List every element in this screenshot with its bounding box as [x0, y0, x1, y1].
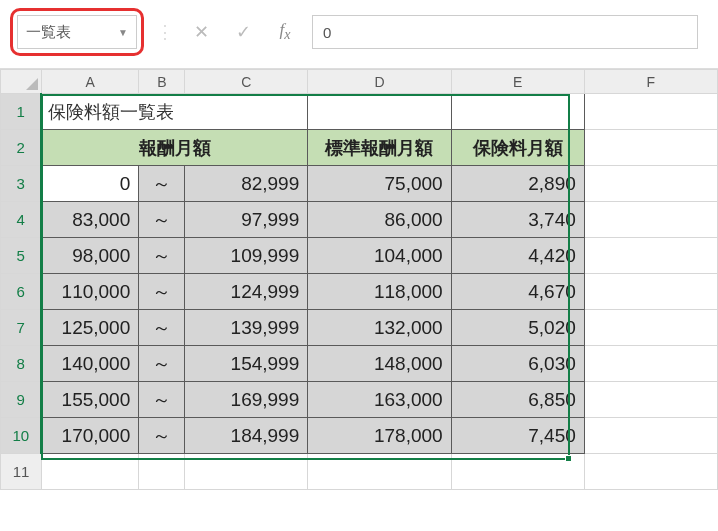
- cell-C4[interactable]: 97,999: [185, 202, 308, 238]
- cell-A8[interactable]: 140,000: [41, 346, 138, 382]
- row-header-1[interactable]: 1: [1, 94, 42, 130]
- toolbar-separator: ⋮: [156, 21, 174, 43]
- cell-D6[interactable]: 118,000: [308, 274, 451, 310]
- cell-B8[interactable]: ～: [139, 346, 185, 382]
- cell-E11[interactable]: [451, 454, 584, 490]
- cell-C8[interactable]: 154,999: [185, 346, 308, 382]
- name-box[interactable]: 一覧表 ▼: [17, 15, 137, 49]
- cell-D9[interactable]: 163,000: [308, 382, 451, 418]
- cell-A6[interactable]: 110,000: [41, 274, 138, 310]
- cell-A10[interactable]: 170,000: [41, 418, 138, 454]
- formula-toolbar: 一覧表 ▼ ⋮ ✕ ✓ fx 0: [0, 0, 718, 69]
- row-header-4[interactable]: 4: [1, 202, 42, 238]
- cell-A7[interactable]: 125,000: [41, 310, 138, 346]
- cell-A9[interactable]: 155,000: [41, 382, 138, 418]
- cell-E6[interactable]: 4,670: [451, 274, 584, 310]
- row-header-7[interactable]: 7: [1, 310, 42, 346]
- cell-D4[interactable]: 86,000: [308, 202, 451, 238]
- row-header-3[interactable]: 3: [1, 166, 42, 202]
- cell-D3[interactable]: 75,000: [308, 166, 451, 202]
- select-all-corner[interactable]: [1, 70, 42, 94]
- cell-F10[interactable]: [584, 418, 717, 454]
- cell-E5[interactable]: 4,420: [451, 238, 584, 274]
- cell-B10[interactable]: ～: [139, 418, 185, 454]
- cell-B7[interactable]: ～: [139, 310, 185, 346]
- col-header-A[interactable]: A: [41, 70, 138, 94]
- col-header-E[interactable]: E: [451, 70, 584, 94]
- cell-F8[interactable]: [584, 346, 717, 382]
- fx-button[interactable]: fx: [270, 17, 300, 47]
- cancel-button[interactable]: ✕: [186, 17, 216, 47]
- cell-C9[interactable]: 169,999: [185, 382, 308, 418]
- cell-C5[interactable]: 109,999: [185, 238, 308, 274]
- cell-F3[interactable]: [584, 166, 717, 202]
- cell-E7[interactable]: 5,020: [451, 310, 584, 346]
- cell-F2[interactable]: [584, 130, 717, 166]
- cell-C11[interactable]: [185, 454, 308, 490]
- namebox-highlight: 一覧表 ▼: [10, 8, 144, 56]
- spreadsheet-grid[interactable]: A B C D E F 1 保険料額一覧表 2 報酬月額 標準報酬月額 保険料月…: [0, 69, 718, 490]
- dropdown-arrow-icon[interactable]: ▼: [118, 27, 128, 38]
- cell-C6[interactable]: 124,999: [185, 274, 308, 310]
- cell-F9[interactable]: [584, 382, 717, 418]
- row-header-6[interactable]: 6: [1, 274, 42, 310]
- cell-E3[interactable]: 2,890: [451, 166, 584, 202]
- cell-A3[interactable]: 0: [41, 166, 138, 202]
- check-icon: ✓: [236, 21, 251, 43]
- cell-F4[interactable]: [584, 202, 717, 238]
- cell-C7[interactable]: 139,999: [185, 310, 308, 346]
- cell-B3[interactable]: ～: [139, 166, 185, 202]
- cell-B5[interactable]: ～: [139, 238, 185, 274]
- enter-button[interactable]: ✓: [228, 17, 258, 47]
- cell-E8[interactable]: 6,030: [451, 346, 584, 382]
- row-header-2[interactable]: 2: [1, 130, 42, 166]
- cell-A11[interactable]: [41, 454, 138, 490]
- col-header-B[interactable]: B: [139, 70, 185, 94]
- formula-bar-value: 0: [323, 24, 331, 41]
- cell-E4[interactable]: 3,740: [451, 202, 584, 238]
- cell-D10[interactable]: 178,000: [308, 418, 451, 454]
- cell-B9[interactable]: ～: [139, 382, 185, 418]
- cell-F1[interactable]: [584, 94, 717, 130]
- cell-E10[interactable]: 7,450: [451, 418, 584, 454]
- header-standard[interactable]: 標準報酬月額: [308, 130, 451, 166]
- cell-F11[interactable]: [584, 454, 717, 490]
- cell-D7[interactable]: 132,000: [308, 310, 451, 346]
- cell-E9[interactable]: 6,850: [451, 382, 584, 418]
- name-box-text: 一覧表: [26, 23, 71, 42]
- cell-B11[interactable]: [139, 454, 185, 490]
- cell-F6[interactable]: [584, 274, 717, 310]
- col-header-F[interactable]: F: [584, 70, 717, 94]
- cell-A4[interactable]: 83,000: [41, 202, 138, 238]
- cell-E1[interactable]: [451, 94, 584, 130]
- cell-B6[interactable]: ～: [139, 274, 185, 310]
- col-header-D[interactable]: D: [308, 70, 451, 94]
- formula-bar[interactable]: 0: [312, 15, 698, 49]
- header-salary[interactable]: 報酬月額: [41, 130, 307, 166]
- row-header-10[interactable]: 10: [1, 418, 42, 454]
- title-cell[interactable]: 保険料額一覧表: [41, 94, 307, 130]
- cell-D8[interactable]: 148,000: [308, 346, 451, 382]
- cell-D5[interactable]: 104,000: [308, 238, 451, 274]
- cell-D1[interactable]: [308, 94, 451, 130]
- x-icon: ✕: [194, 21, 209, 43]
- header-premium[interactable]: 保険料月額: [451, 130, 584, 166]
- col-header-C[interactable]: C: [185, 70, 308, 94]
- cell-A5[interactable]: 98,000: [41, 238, 138, 274]
- row-header-9[interactable]: 9: [1, 382, 42, 418]
- fx-icon: fx: [279, 20, 290, 43]
- row-header-11[interactable]: 11: [1, 454, 42, 490]
- cell-C10[interactable]: 184,999: [185, 418, 308, 454]
- cell-C3[interactable]: 82,999: [185, 166, 308, 202]
- cell-F7[interactable]: [584, 310, 717, 346]
- row-header-5[interactable]: 5: [1, 238, 42, 274]
- cell-D11[interactable]: [308, 454, 451, 490]
- cell-B4[interactable]: ～: [139, 202, 185, 238]
- row-header-8[interactable]: 8: [1, 346, 42, 382]
- cell-F5[interactable]: [584, 238, 717, 274]
